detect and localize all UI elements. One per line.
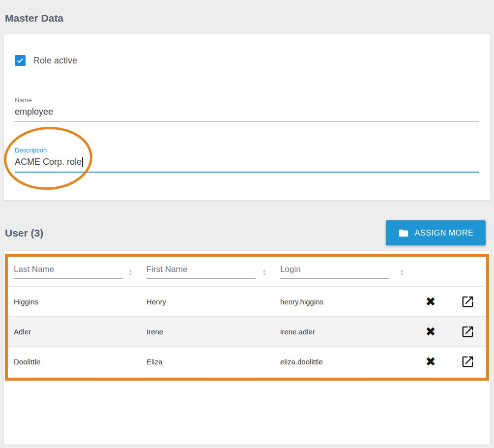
user-section-title: User (3): [5, 227, 43, 239]
open-user-button[interactable]: [461, 295, 475, 309]
open-user-button[interactable]: [461, 325, 475, 339]
remove-icon: ✖: [426, 355, 436, 369]
name-input[interactable]: employee: [15, 107, 53, 117]
description-input[interactable]: ACME Corp. role: [15, 157, 83, 167]
description-input-underline: [15, 172, 479, 173]
cell-first-name: Eliza: [141, 358, 274, 366]
cell-last-name: Higgins: [8, 298, 141, 306]
remove-user-button[interactable]: ✖: [426, 296, 436, 308]
table-row: Higgins Henry henry.higgins ✖: [8, 286, 486, 316]
remove-user-button[interactable]: ✖: [426, 356, 436, 368]
name-input-value: employee: [15, 107, 53, 117]
open-in-new-icon: [461, 325, 475, 339]
name-field-label: Name: [15, 96, 32, 104]
role-active-checkbox[interactable]: [15, 55, 26, 66]
column-label: Login: [280, 265, 412, 274]
master-data-card: Role active Name employee Description AC…: [4, 34, 490, 200]
open-in-new-icon: [461, 295, 475, 309]
name-input-underline: [15, 121, 479, 122]
role-active-label: Role active: [33, 56, 77, 66]
description-field-label: Description: [15, 147, 47, 154]
cell-last-name: Adler: [8, 328, 141, 336]
cell-last-name: Doolittle: [8, 358, 141, 366]
cell-login: irene.adler: [274, 328, 412, 336]
table-row: Adler Irene irene.adler ✖: [8, 316, 486, 346]
remove-icon: ✖: [426, 295, 436, 309]
column-label: Last Name: [14, 265, 141, 274]
column-header-first-name[interactable]: First Name ▲ ▼: [141, 265, 274, 279]
sort-down-icon: ▼: [262, 272, 266, 276]
description-input-value: ACME Corp. role: [15, 157, 82, 167]
cell-first-name: Irene: [141, 328, 274, 336]
filter-underline: [146, 278, 256, 279]
assign-more-label: ASSIGN MORE: [415, 229, 474, 238]
role-active-row[interactable]: Role active: [15, 55, 77, 66]
assign-more-button[interactable]: ASSIGN MORE: [386, 220, 486, 245]
table-row: Doolittle Eliza eliza.doolittle ✖: [8, 346, 486, 376]
remove-icon: ✖: [426, 325, 436, 339]
open-in-new-icon: [461, 355, 475, 369]
sort-icon[interactable]: ▲ ▼: [262, 269, 266, 276]
sort-icon[interactable]: ▲ ▼: [400, 269, 404, 276]
text-cursor: [82, 157, 83, 167]
master-data-title: Master Data: [5, 12, 63, 24]
cell-first-name: Henry: [141, 298, 274, 306]
sort-down-icon: ▼: [128, 272, 133, 276]
folder-icon: [398, 228, 409, 239]
column-header-login[interactable]: Login ▲ ▼: [274, 265, 412, 279]
filter-underline: [280, 278, 389, 279]
remove-user-button[interactable]: ✖: [426, 326, 436, 338]
filter-underline: [14, 278, 123, 279]
column-header-last-name[interactable]: Last Name ▲ ▼: [8, 265, 141, 279]
table-header-row: Last Name ▲ ▼ First Name ▲ ▼ Login ▲ ▼: [8, 257, 486, 286]
sort-down-icon: ▼: [400, 272, 404, 276]
open-user-button[interactable]: [461, 355, 475, 369]
user-table: Last Name ▲ ▼ First Name ▲ ▼ Login ▲ ▼: [8, 257, 486, 376]
cell-login: henry.higgins: [274, 298, 412, 306]
column-label: First Name: [146, 265, 274, 274]
sort-icon[interactable]: ▲ ▼: [128, 269, 133, 276]
cell-login: eliza.doolittle: [274, 358, 412, 366]
check-icon: [16, 57, 24, 64]
